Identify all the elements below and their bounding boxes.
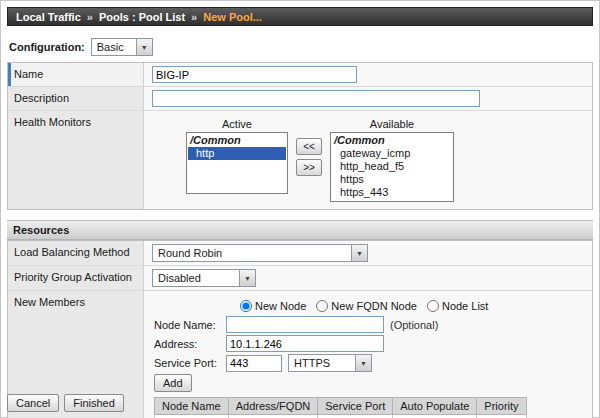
description-input[interactable] [152, 90, 480, 107]
node-name-label: Node Name: [154, 319, 226, 331]
load-balancing-select[interactable]: Round Robin ▼ [152, 244, 368, 262]
list-item[interactable]: /Common [332, 134, 452, 147]
move-right-button[interactable]: >> [296, 159, 322, 176]
priority-group-row: Priority Group Activation Disabled ▼ [8, 266, 592, 291]
service-port-input[interactable] [226, 355, 282, 372]
node-type-radio-group: New Node New FQDN Node Node List [240, 300, 582, 312]
address-label: Address: [154, 338, 226, 350]
move-left-button[interactable]: << [296, 138, 322, 155]
members-table-header: Service Port [318, 398, 393, 415]
chevron-down-icon: ▼ [351, 245, 367, 261]
radio-new-node-input[interactable] [240, 300, 252, 312]
name-row: Name [8, 63, 592, 87]
service-port-label: Service Port: [154, 357, 226, 369]
breadcrumb-item-new-pool: New Pool... [203, 11, 262, 23]
chevron-down-icon: ▼ [239, 270, 255, 286]
load-balancing-row: Load Balancing Method Round Robin ▼ [8, 241, 592, 266]
members-table: Node Name Address/FQDN Service Port Auto… [154, 397, 527, 418]
list-item[interactable]: https [332, 173, 452, 186]
radio-new-fqdn-node-label: New FQDN Node [331, 300, 417, 312]
chevron-down-icon: ▼ [136, 39, 152, 55]
list-item[interactable]: /Common [188, 134, 286, 147]
member-auto-populate [393, 415, 477, 418]
priority-group-select[interactable]: Disabled ▼ [152, 269, 256, 287]
name-input[interactable] [152, 66, 357, 83]
member-address: 10.1.1.246 [228, 415, 318, 418]
member-priority: 0 [477, 415, 526, 418]
cancel-button[interactable]: Cancel [7, 394, 59, 412]
service-port-select[interactable]: HTTPS ▼ [288, 354, 372, 372]
member-service-port: 443 [318, 415, 393, 418]
priority-group-select-value: Disabled [153, 272, 239, 284]
radio-node-list[interactable]: Node List [427, 300, 488, 312]
load-balancing-label: Load Balancing Method [8, 241, 144, 265]
configuration-select-value: Basic [92, 41, 136, 53]
breadcrumb-item-local-traffic[interactable]: Local Traffic [16, 11, 81, 23]
radio-new-node[interactable]: New Node [240, 300, 306, 312]
members-table-header: Node Name [155, 398, 229, 415]
add-button[interactable]: Add [154, 374, 192, 392]
address-input[interactable] [226, 335, 384, 352]
configuration-form: Name Description Health Monitors Active … [7, 62, 593, 210]
radio-node-list-label: Node List [442, 300, 488, 312]
chevron-down-icon: ▼ [355, 355, 371, 371]
priority-group-label: Priority Group Activation [8, 266, 144, 290]
members-table-header: Address/FQDN [228, 398, 318, 415]
resources-form: Load Balancing Method Round Robin ▼ Prio… [7, 240, 593, 418]
list-item[interactable]: gateway_icmp [332, 147, 452, 160]
breadcrumb: Local Traffic » Pools : Pool List » New … [7, 7, 593, 26]
page: Local Traffic » Pools : Pool List » New … [0, 0, 600, 418]
description-row: Description [8, 87, 592, 111]
health-monitors-label: Health Monitors [8, 111, 144, 209]
member-node-name: 10.1.1.246 [155, 415, 229, 418]
finished-button[interactable]: Finished [64, 394, 124, 412]
members-table-header: Auto Populate [393, 398, 477, 415]
breadcrumb-separator: » [87, 11, 93, 23]
radio-new-fqdn-node[interactable]: New FQDN Node [316, 300, 417, 312]
configuration-label: Configuration: [9, 41, 85, 53]
health-monitors-row: Health Monitors Active /Common http << >… [8, 111, 592, 209]
description-label: Description [8, 87, 144, 110]
active-list-header: Active [222, 118, 252, 130]
breadcrumb-separator: » [191, 11, 197, 23]
radio-new-fqdn-node-input[interactable] [316, 300, 328, 312]
list-item[interactable]: http [188, 147, 286, 160]
name-label: Name [8, 63, 144, 86]
load-balancing-select-value: Round Robin [153, 247, 351, 259]
breadcrumb-item-pool-list[interactable]: Pools : Pool List [99, 11, 185, 23]
list-item[interactable]: http_head_f5 [332, 160, 452, 173]
radio-new-node-label: New Node [255, 300, 306, 312]
service-port-select-value: HTTPS [289, 357, 355, 369]
list-item[interactable]: https_443 [332, 186, 452, 199]
resources-section-header: Resources [7, 220, 593, 240]
optional-hint: (Optional) [390, 319, 438, 331]
node-name-input[interactable] [226, 316, 384, 333]
radio-node-list-input[interactable] [427, 300, 439, 312]
available-monitor-list[interactable]: /Common gateway_icmp http_head_f5 https … [330, 132, 454, 202]
available-list-header: Available [370, 118, 414, 130]
members-table-header: Priority [477, 398, 526, 415]
configuration-select[interactable]: Basic ▼ [91, 38, 153, 56]
active-monitor-list[interactable]: /Common http [186, 132, 288, 194]
table-row[interactable]: 10.1.1.246 10.1.1.246 443 0 [155, 415, 527, 418]
